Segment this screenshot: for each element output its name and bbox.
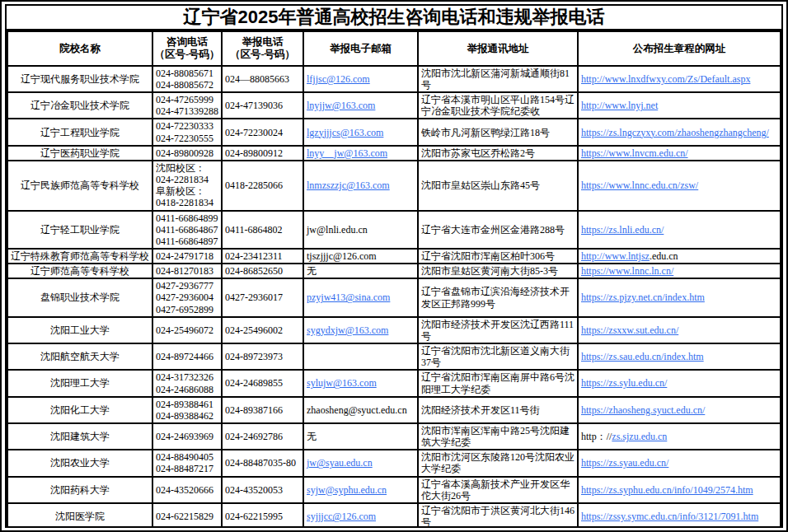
institution-name: 辽宁师范高等专科学校: [7, 264, 152, 278]
consult-phone-line: 024-89388462: [156, 410, 218, 422]
website-link[interactable]: https://zs.lnli.edu.cn/: [581, 224, 664, 236]
page-frame: 辽宁省2025年普通高校招生咨询电话和违规举报电话 院校名称 咨询电话 （区号-…: [0, 0, 788, 532]
column-header-report-email: 举报电子邮箱: [303, 31, 418, 66]
table-row: 辽宁工程职业学院024-72230333024-72230555024-7223…: [7, 119, 781, 145]
email-text: 无: [307, 265, 317, 277]
consult-phone-line: 024-43520666: [156, 484, 218, 496]
consult-phone-line: 024-471339288: [156, 105, 218, 117]
consult-phone-line: 024-31732326: [156, 371, 218, 383]
consult-phone-cell: 024-25496072: [152, 317, 222, 343]
website-link[interactable]: https://www.lnnc.ln.cn/: [581, 265, 673, 277]
consult-phone-cell: 024-47265999024-471339288: [152, 92, 222, 119]
consult-phone-cell: 024-24791718: [152, 249, 222, 264]
report-address-cell: 辽宁省大连市金州区金港路288号: [418, 211, 578, 249]
email-text: 无: [307, 431, 317, 442]
consult-phone-line: 阜新校区：: [156, 185, 218, 197]
table-row: 辽宁现代服务职业技术学院024-88085671024-88085672024—…: [7, 66, 781, 92]
email-link[interactable]: pzyjw413@sina.com: [307, 292, 390, 303]
consult-phone-line: 024-25496072: [156, 324, 218, 336]
website-link[interactable]: https://www.lnvcm.edu.cn/: [581, 147, 688, 159]
report-phone-cell: 0411-6864802: [222, 211, 303, 249]
consult-phone-cell: 024-72230333024-72230555: [152, 119, 222, 145]
consult-phone-line: 0427-2936777: [156, 280, 218, 292]
consult-phone-line: 0411-66864897: [156, 236, 218, 247]
report-email-cell: lgzyjjjcs@163.com: [303, 119, 418, 145]
consult-phone-line: 024-24791718: [156, 250, 218, 262]
email-link[interactable]: sygydxjw@163.com: [307, 324, 388, 336]
website-link[interactable]: https://zs.pjzy.net.cn/index.htm: [581, 292, 705, 303]
report-phone-cell: 024-24692786: [222, 423, 303, 450]
email-link[interactable]: jw@syau.edu.cn: [307, 457, 373, 469]
report-phone-cell: 024-89723973: [222, 343, 303, 370]
website-link[interactable]: https://zhaosheng.syuct.edu.cn/: [581, 404, 705, 416]
consult-phone-line: 024-89800928: [156, 147, 218, 159]
report-email-cell: pzyjw413@sina.com: [303, 278, 418, 316]
email-link[interactable]: lnyjjw@163.com: [307, 100, 375, 111]
email-link[interactable]: sylujw@163.com: [307, 377, 377, 389]
website-link[interactable]: zs.sjzu.edu.cn: [612, 431, 667, 442]
consult-phone-line: 024-88085671: [156, 68, 218, 79]
consult-phone-cell: 沈阳校区：024-2281834阜新校区：0418-2281834: [152, 161, 222, 211]
report-phone-cell: 024-23412311: [222, 249, 303, 264]
consult-phone-line: 0427-2936004: [156, 292, 218, 303]
report-address-cell: 辽宁省盘锦市辽滨沿海经济技术开发区正邦路999号: [418, 278, 578, 316]
website-link[interactable]: http://www.lnyj.net: [581, 100, 658, 111]
institution-name: 沈阳药科大学: [7, 477, 152, 503]
email-link[interactable]: lfjjsc@126.com: [307, 73, 370, 85]
report-phone-cell: 024-43520053: [222, 477, 303, 503]
email-text: zhaosheng@syuct.edu.cn: [307, 404, 407, 416]
institution-name: 沈阳农业大学: [7, 450, 152, 476]
consult-phone-cell: 024-43520666: [152, 477, 222, 503]
report-address-cell: 沈阳市皇姑区崇山东路45号: [418, 161, 578, 211]
report-email-cell: lnyjjw@163.com: [303, 92, 418, 119]
website-link[interactable]: http://www.lnxdfwxy.com/Zs/Default.aspx: [581, 73, 750, 85]
website-cell: http://www.lnxdfwxy.com/Zs/Default.aspx: [578, 66, 781, 92]
website-cell: http：//zs.sjzu.edu.cn: [578, 423, 781, 450]
table-body: 辽宁现代服务职业技术学院024-88085671024-88085672024—…: [7, 66, 781, 528]
report-address-cell: 沈阳市浑南区浑南中路25号沈阳建筑大学纪委: [418, 423, 578, 450]
website-cell: https://www.lnnc.edu.cn/zsw/: [578, 161, 781, 211]
institution-name: 辽宁民族师范高等专科学校: [7, 161, 152, 211]
website-cell: https://zsxxw.sut.edu.cn/: [578, 317, 781, 343]
institution-name: 沈阳工业大学: [7, 317, 152, 343]
column-header-report-phone: 举报电话 （区号-号码）: [222, 31, 303, 66]
email-link[interactable]: lnyy__jw@163.com: [307, 147, 387, 159]
report-email-cell: lnmzszzjc@163.com: [303, 161, 418, 211]
consult-phone-line: 024-89388461: [156, 399, 218, 410]
website-link[interactable]: https://zssy.symc.edu.cn/info/3121/7091.…: [581, 511, 758, 522]
report-address-cell: 辽宁省本溪市明山区平山路154号辽宁冶金职业技术学院纪委收: [418, 92, 578, 119]
email-link[interactable]: lnmzszzjc@163.com: [307, 180, 390, 191]
website-link[interactable]: https://www.lnnc.edu.cn/zsw/: [581, 180, 698, 191]
consult-phone-line: 0418-2281834: [156, 197, 218, 208]
consult-phone-line: 024-88085672: [156, 79, 218, 91]
table-row: 盘锦职业技术学院0427-29367770427-29360040427-695…: [7, 278, 781, 316]
report-phone-cell: 024-24689855: [222, 370, 303, 396]
website-link[interactable]: https://zs.sau.edu.cn/index.htm: [581, 351, 704, 362]
institution-name: 辽宁现代服务职业技术学院: [7, 66, 152, 92]
website-cell: http://www.lntjsz.edu.cn: [578, 249, 781, 264]
table-row: 辽宁特殊教育师范高等专科学校024-24791718024-23412311tj…: [7, 249, 781, 264]
website-link[interactable]: http://www.lntjsz: [581, 250, 650, 262]
report-email-cell: lnyy__jw@163.com: [303, 146, 418, 161]
table-row: 辽宁医药职业学院024-89800928024-89800912lnyy__jw…: [7, 146, 781, 161]
consult-phone-line: 024-81270183: [156, 265, 218, 277]
table-row: 沈阳理工大学024-31732326024-24686088024-246898…: [7, 370, 781, 396]
website-cell: https://www.lnvcm.edu.cn/: [578, 146, 781, 161]
report-address-cell: 辽宁省本溪高新技术产业开发区华佗大街26号: [418, 477, 578, 503]
report-phone-cell: 024—88085663: [222, 66, 303, 92]
email-link[interactable]: syjw@syphu.edu.cn: [307, 484, 387, 496]
consult-phone-cell: 024-89724466: [152, 343, 222, 370]
website-link[interactable]: https://zs.syphu.edu.cn/info/1049/2574.h…: [581, 484, 753, 496]
website-link[interactable]: https://zs.sylu.edu.cn/: [581, 377, 667, 389]
report-email-cell: zhaosheng@syuct.edu.cn: [303, 397, 418, 423]
consult-phone-line: 0411-66864867: [156, 224, 218, 236]
website-link[interactable]: https://zs.syau.edu.cn/: [581, 457, 668, 469]
website-link[interactable]: https://zsxxw.sut.edu.cn/: [581, 324, 678, 336]
email-link[interactable]: lgzyjjjcs@163.com: [307, 127, 383, 138]
consult-phone-line: 0427-6952899: [156, 304, 218, 315]
consult-phone-cell: 024-88085671024-88085672: [152, 66, 222, 92]
consult-phone-cell: 024-89800928: [152, 146, 222, 161]
email-link[interactable]: syjjjcc@126.com: [307, 511, 376, 522]
website-link[interactable]: https://zs.lngczyxy.com/zhaoshengzhangch…: [581, 127, 769, 138]
table-row: 沈阳农业大学024-88490405024-88487217024-884870…: [7, 450, 781, 476]
